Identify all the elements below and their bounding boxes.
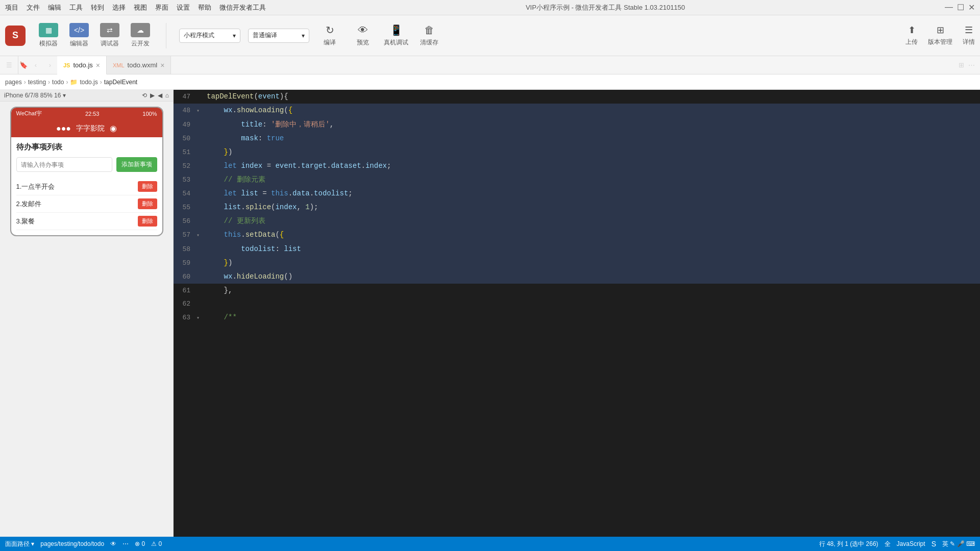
sogou-logo: S: [932, 540, 936, 548]
menu-item-settings[interactable]: 设置: [177, 3, 190, 12]
delete-button-2[interactable]: 删除: [138, 198, 157, 209]
prev-icon[interactable]: ◀: [158, 92, 162, 99]
code-content-54[interactable]: let list = this.data.todolist;: [205, 187, 980, 200]
split-editor-icon[interactable]: ⊞: [959, 61, 964, 69]
menu-item-help[interactable]: 帮助: [198, 3, 211, 12]
line-number-51: 51: [174, 146, 197, 159]
code-content-51[interactable]: }): [205, 145, 980, 159]
line-number-60: 60: [174, 270, 197, 284]
minimize-button[interactable]: —: [945, 3, 953, 12]
phone-add-button[interactable]: 添加新事项: [116, 157, 157, 172]
play-btn-icon[interactable]: ●●●: [56, 124, 71, 133]
fold-arrow-63[interactable]: ▾: [197, 312, 205, 325]
code-line-50: 50 mask: true: [174, 132, 980, 145]
cloud-button[interactable]: ☁ 云开发: [128, 23, 153, 48]
code-content-58[interactable]: todolist: list: [205, 242, 980, 256]
line-number-63: 63: [174, 311, 197, 324]
fold-arrow-57[interactable]: ▾: [197, 229, 205, 242]
tab-close-2-icon[interactable]: ×: [160, 61, 164, 69]
version-manager-button[interactable]: ⊞ 版本管理: [928, 24, 952, 46]
code-content-49[interactable]: title: '删除中，请稍后',: [205, 118, 980, 131]
simulator-icon: ▦: [39, 23, 58, 37]
code-content-57[interactable]: this.setData({: [205, 228, 980, 241]
refresh-button[interactable]: ↻ 编译: [317, 24, 342, 47]
menu-item-tools[interactable]: 工具: [69, 3, 83, 12]
menu-item-select[interactable]: 选择: [112, 3, 126, 12]
status-left: 面面路径 ▾ pages/testing/todo/todo 👁 ⋯ ⊗ 0 ⚠…: [5, 540, 162, 548]
circle-btn-icon[interactable]: ◉: [110, 123, 117, 133]
maximize-button[interactable]: ☐: [957, 3, 964, 12]
code-content-47[interactable]: tapDelEvent(event){: [205, 90, 980, 103]
fold-arrow-48[interactable]: ▾: [197, 105, 205, 118]
simulator-button[interactable]: ▦ 模拟器: [36, 23, 61, 48]
status-bar: 面面路径 ▾ pages/testing/todo/todo 👁 ⋯ ⊗ 0 ⚠…: [0, 537, 980, 551]
line-number-53: 53: [174, 173, 197, 187]
menu-item-wechat[interactable]: 微信开发者工具: [219, 3, 266, 12]
rotate-icon[interactable]: ⟲: [142, 92, 147, 99]
code-line-58: 58 todolist: list: [174, 242, 980, 256]
breadcrumb-function: tapDelEvent: [104, 79, 137, 86]
menu-item-edit[interactable]: 编辑: [48, 3, 61, 12]
tab-label: todo.js: [73, 61, 92, 69]
line-number-58: 58: [174, 243, 197, 256]
main-area: iPhone 6/7/8 85% 16 ▾ ⟲ ▶ ◀ ⌂ WeChat宇 22…: [0, 90, 980, 537]
close-button[interactable]: ✕: [968, 3, 975, 12]
menu-item-interface[interactable]: 界面: [155, 3, 168, 12]
line-number-48: 48: [174, 104, 197, 117]
breadcrumb-pages[interactable]: pages: [5, 79, 22, 86]
tab-label-2: todo.wxml: [128, 61, 158, 69]
file-tree-toggle[interactable]: ☰: [0, 56, 18, 74]
editor-button[interactable]: </> 编辑器: [66, 23, 92, 48]
code-content-50[interactable]: mask: true: [205, 132, 980, 145]
phone-todo-input[interactable]: [16, 157, 112, 172]
details-icon: ☰: [965, 24, 973, 36]
menu-item-goto[interactable]: 转到: [91, 3, 104, 12]
code-content-53[interactable]: // 删除元素: [205, 173, 980, 186]
phone-todo-list: 1.一点半开会 删除 2.发邮件 删除 3.聚餐 删除: [16, 178, 157, 230]
clear-cache-button[interactable]: 🗑 清缓存: [416, 24, 442, 47]
device-debug-button[interactable]: 📱 真机调试: [383, 24, 409, 47]
bookmark-icon[interactable]: 🔖: [18, 56, 29, 74]
code-content-59[interactable]: }): [205, 256, 980, 269]
delete-button-3[interactable]: 删除: [138, 216, 157, 227]
code-content-56[interactable]: // 更新列表: [205, 214, 980, 228]
eye-icon[interactable]: 👁: [110, 540, 116, 547]
window-controls[interactable]: — ☐ ✕: [945, 3, 975, 12]
mode-select[interactable]: 小程序模式 ▾: [179, 29, 240, 43]
tab-close-icon[interactable]: ×: [96, 61, 100, 69]
home-icon[interactable]: ⌂: [165, 92, 169, 99]
breadcrumb-testing[interactable]: testing: [28, 79, 46, 86]
debugger-button[interactable]: ⇄ 调试器: [97, 23, 122, 48]
todo-text-2: 2.发邮件: [16, 199, 42, 209]
tab-todo-js[interactable]: JS todo.js ×: [57, 56, 107, 74]
menu-bar[interactable]: 项目 文件 编辑 工具 转到 选择 视图 界面 设置 帮助 微信开发者工具: [5, 3, 266, 12]
version-icon: ⊞: [937, 24, 944, 36]
code-line-57: 57▾ this.setData({: [174, 228, 980, 242]
menu-item-file[interactable]: 文件: [27, 3, 40, 12]
code-content-63[interactable]: /**: [205, 311, 980, 324]
breadcrumb-todo[interactable]: todo: [52, 79, 64, 86]
code-content-61[interactable]: },: [205, 284, 980, 297]
code-content-52[interactable]: let index = event.target.dataset.index;: [205, 159, 980, 172]
tab-todo-wxml[interactable]: XML todo.wxml ×: [107, 56, 171, 74]
compile-group: 小程序模式 ▾ 普通编译 ▾ ↻ 编译 👁 预览 📱 真机调试 🗑 清缓存: [179, 24, 442, 47]
menu-item-view[interactable]: 视图: [134, 3, 147, 12]
more-icon[interactable]: ⋯: [122, 540, 129, 547]
code-line-61: 61 },: [174, 284, 980, 297]
compile-select[interactable]: 普通编译 ▾: [248, 29, 309, 43]
todo-item-1: 1.一点半开会 删除: [16, 178, 157, 195]
toolbar: S ▦ 模拟器 </> 编辑器 ⇄ 调试器 ☁ 云开发 小程序模式 ▾ 普通编译…: [0, 15, 980, 56]
code-content-48[interactable]: wx.showLoading({: [205, 104, 980, 117]
code-content-60[interactable]: wx.hideLoading(): [205, 270, 980, 283]
back-icon[interactable]: ‹: [29, 56, 43, 74]
code-content-55[interactable]: list.splice(index, 1);: [205, 201, 980, 214]
breadcrumb-file[interactable]: todo.js: [80, 79, 97, 86]
forward-icon[interactable]: ›: [43, 56, 57, 74]
more-tabs-icon[interactable]: ⋯: [968, 61, 975, 69]
details-button[interactable]: ☰ 详情: [963, 24, 975, 46]
preview-button[interactable]: 👁 预览: [350, 24, 376, 47]
play-icon[interactable]: ▶: [150, 92, 155, 99]
menu-item-project[interactable]: 项目: [5, 3, 18, 12]
delete-button-1[interactable]: 删除: [138, 181, 157, 192]
upload-button[interactable]: ⬆ 上传: [905, 24, 918, 46]
